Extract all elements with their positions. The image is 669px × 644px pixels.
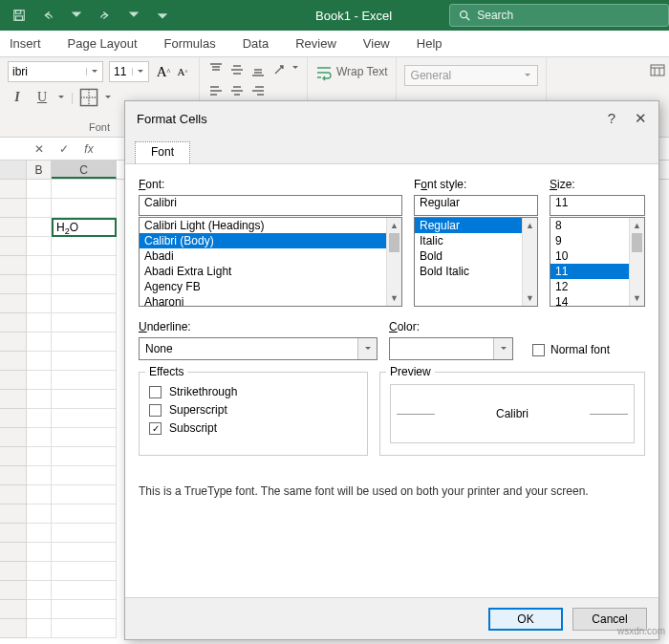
list-item[interactable]: Abadi Extra Light: [140, 264, 401, 279]
tab-page-layout[interactable]: Page Layout: [66, 32, 140, 54]
font-style-label: Font style:: [414, 178, 538, 191]
tab-view[interactable]: View: [361, 32, 392, 54]
color-dropdown[interactable]: [389, 337, 513, 360]
undo-button[interactable]: [34, 4, 61, 27]
qat-customize[interactable]: [149, 4, 176, 27]
tab-font[interactable]: Font: [135, 141, 190, 163]
underline-label: Underline:: [139, 320, 378, 333]
watermark: wsxdn.com: [617, 626, 665, 636]
quick-access-toolbar: [0, 4, 182, 27]
number-format-combo[interactable]: General: [404, 65, 538, 86]
wrap-text-label[interactable]: Wrap Text: [336, 65, 388, 78]
font-description: This is a TrueType font. The same font w…: [139, 484, 645, 498]
tab-help[interactable]: Help: [415, 32, 444, 54]
subscript-checkbox[interactable]: ✓Subscript: [149, 421, 357, 435]
borders-button[interactable]: [79, 88, 98, 107]
row-header[interactable]: [0, 218, 27, 237]
row-header[interactable]: [0, 180, 27, 199]
dialog-title: Format Cells: [137, 112, 207, 126]
help-button[interactable]: ?: [608, 110, 615, 127]
dialog-titlebar: Format Cells ? ✕: [125, 101, 658, 136]
grow-font-button[interactable]: A^: [155, 63, 172, 80]
align-middle-button[interactable]: [228, 61, 246, 78]
scrollbar[interactable]: ▲▼: [522, 218, 537, 306]
align-top-button[interactable]: [207, 61, 225, 78]
enter-formula-button[interactable]: ✓: [52, 139, 76, 160]
underline-dropdown[interactable]: None: [139, 337, 378, 360]
list-item[interactable]: Bold Italic: [415, 264, 537, 279]
cell[interactable]: [52, 199, 117, 218]
cell[interactable]: [27, 199, 52, 218]
tab-review[interactable]: Review: [293, 32, 338, 54]
font-name-combo[interactable]: ibri: [8, 61, 103, 82]
list-item[interactable]: Aharoni: [140, 294, 401, 307]
underline-value: None: [140, 342, 357, 355]
size-textbox[interactable]: 11: [550, 195, 645, 216]
column-header[interactable]: C: [52, 161, 117, 179]
preview-group: Preview Calibri: [379, 372, 645, 456]
format-cells-dialog: Format Cells ? ✕ Font Font: Calibri Cali…: [124, 100, 659, 640]
scrollbar[interactable]: ▲▼: [629, 218, 644, 306]
orientation-button[interactable]: [270, 61, 288, 78]
font-listbox[interactable]: Calibri Light (Headings) Calibri (Body) …: [139, 217, 402, 307]
row-header[interactable]: [0, 199, 27, 218]
normal-font-checkbox[interactable]: Normal font: [532, 343, 610, 356]
list-item[interactable]: Calibri Light (Headings): [140, 218, 401, 233]
check-icon: ✓: [149, 422, 162, 435]
chevron-down-icon: [291, 61, 299, 78]
select-all-corner[interactable]: [0, 161, 27, 179]
redo-button[interactable]: [92, 4, 119, 27]
insert-function-button[interactable]: fx: [76, 139, 101, 160]
size-label: Size:: [550, 178, 645, 191]
align-bottom-button[interactable]: [249, 61, 267, 78]
list-item[interactable]: Bold: [415, 248, 537, 264]
color-label: Color:: [389, 320, 513, 333]
tab-insert[interactable]: Insert: [8, 32, 43, 54]
align-right-button[interactable]: [249, 82, 267, 99]
font-textbox[interactable]: Calibri: [139, 195, 402, 216]
list-item[interactable]: Abadi: [140, 248, 401, 264]
save-button[interactable]: [6, 4, 32, 27]
format-table-icon[interactable]: [650, 63, 665, 78]
superscript-checkbox[interactable]: Superscript: [149, 403, 357, 417]
window-title: Book1 - Excel: [315, 9, 392, 23]
tab-formulas[interactable]: Formulas: [162, 32, 218, 54]
search-box[interactable]: Search: [449, 4, 669, 27]
ok-button[interactable]: OK: [488, 608, 563, 631]
column-header[interactable]: B: [27, 161, 52, 179]
chevron-down-icon: [86, 68, 98, 75]
font-style-textbox[interactable]: Regular: [414, 195, 538, 216]
chevron-down-icon: [524, 72, 531, 79]
svg-rect-2: [16, 16, 23, 20]
shrink-font-button[interactable]: A^: [174, 63, 191, 80]
underline-button[interactable]: U: [32, 88, 52, 107]
list-item[interactable]: Agency FB: [140, 279, 401, 294]
italic-button[interactable]: I: [8, 88, 27, 107]
scrollbar[interactable]: ▲▼: [386, 218, 401, 306]
svg-point-3: [461, 11, 467, 18]
font-size-combo[interactable]: 11: [109, 61, 149, 82]
tab-data[interactable]: Data: [241, 32, 270, 54]
list-item[interactable]: Calibri (Body): [140, 233, 401, 248]
strikethrough-checkbox[interactable]: Strikethrough: [149, 385, 357, 398]
font-style-listbox[interactable]: Regular Italic Bold Bold Italic ▲▼: [414, 217, 538, 307]
undo-dropdown[interactable]: [63, 4, 90, 27]
cancel-formula-button[interactable]: ✕: [27, 139, 52, 160]
preview-sample: Calibri: [390, 384, 635, 443]
chevron-down-icon: [104, 91, 112, 104]
ribbon-tabs: Insert Page Layout Formulas Data Review …: [0, 31, 669, 57]
active-cell[interactable]: H2O: [52, 218, 117, 237]
align-left-button[interactable]: [207, 82, 225, 99]
cell[interactable]: [27, 218, 52, 237]
size-listbox[interactable]: 8 9 10 11 12 14 ▲▼: [550, 217, 645, 307]
redo-dropdown[interactable]: [120, 4, 147, 27]
list-item[interactable]: Italic: [415, 233, 537, 248]
align-center-button[interactable]: [228, 82, 246, 99]
list-item[interactable]: Regular: [415, 218, 537, 233]
cell[interactable]: [27, 180, 52, 199]
ribbon-end-icons: [650, 63, 665, 78]
cell[interactable]: [52, 180, 117, 199]
close-button[interactable]: ✕: [635, 110, 647, 127]
chevron-down-icon: [493, 338, 512, 359]
svg-rect-1: [16, 11, 21, 14]
